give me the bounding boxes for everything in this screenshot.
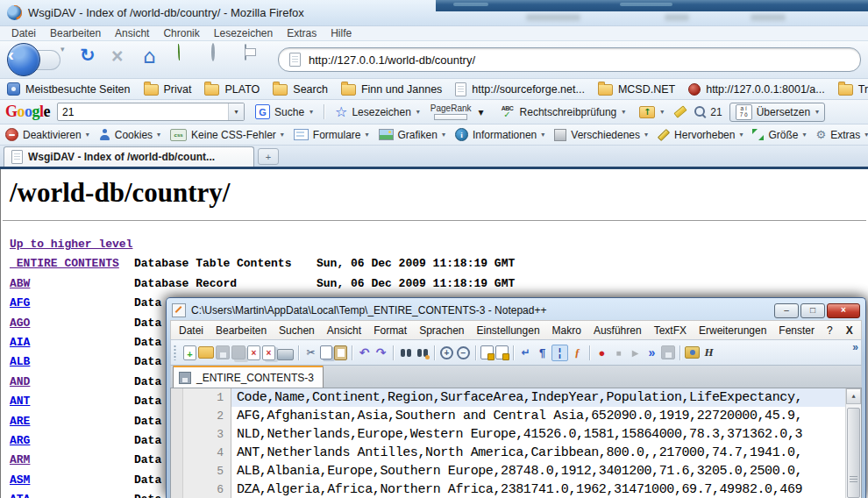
entry-link[interactable]: ALB bbox=[10, 352, 134, 372]
bookmark-item[interactable]: Finn und Jannes bbox=[341, 82, 442, 96]
up-to-higher-level-link[interactable]: Up to higher level bbox=[10, 235, 868, 254]
bookmark-item[interactable]: Meistbesuchte Seiten bbox=[7, 82, 131, 96]
pagerank-widget[interactable]: PageRank bbox=[430, 104, 472, 120]
editor-area[interactable]: 1 Code,Name,Continent,Region,SurfaceArea… bbox=[170, 388, 862, 498]
function-completion-icon[interactable] bbox=[570, 345, 585, 360]
macro-stop-icon[interactable] bbox=[611, 345, 626, 360]
paste-icon[interactable] bbox=[334, 345, 347, 360]
macro-record-icon[interactable] bbox=[594, 345, 609, 360]
toolbar-overflow-chevron[interactable]: » bbox=[852, 341, 858, 353]
save-icon[interactable] bbox=[216, 345, 230, 359]
sage-leaf-button[interactable] bbox=[178, 45, 203, 75]
back-button[interactable] bbox=[7, 43, 40, 76]
maximize-button[interactable]: □ bbox=[800, 303, 825, 318]
view-in-browser-icon[interactable] bbox=[685, 346, 700, 359]
history-dropdown-icon[interactable] bbox=[60, 45, 71, 75]
url-bar[interactable]: http://127.0.0.1/world-db/country/ bbox=[278, 47, 861, 72]
bookmark-margin[interactable] bbox=[171, 388, 183, 407]
word-wrap-icon[interactable] bbox=[518, 345, 533, 360]
webdev-menu-button[interactable]: Keine CSS-Fehler bbox=[170, 129, 284, 141]
menu-item[interactable]: Ansicht bbox=[109, 27, 155, 39]
entry-link[interactable]: AFG bbox=[10, 294, 134, 313]
tab-wsgidav[interactable]: WsgiDAV - Index of /world-db/count... bbox=[4, 146, 254, 167]
notepad-menu-item[interactable]: Makro bbox=[546, 324, 587, 337]
menu-item[interactable]: Lesezeichen bbox=[208, 27, 279, 39]
bookmark-margin[interactable] bbox=[171, 407, 183, 425]
close-all-icon[interactable] bbox=[262, 345, 275, 360]
entry-link[interactable]: AND bbox=[10, 373, 134, 392]
html-icon[interactable] bbox=[701, 345, 716, 360]
word-find-icon[interactable] bbox=[694, 105, 707, 118]
save-all-icon[interactable] bbox=[231, 345, 245, 359]
entry-link[interactable]: ENTIRE CONTENTS bbox=[10, 254, 134, 274]
home-button[interactable] bbox=[143, 45, 167, 75]
menu-item[interactable]: Bearbeiten bbox=[44, 27, 107, 39]
notepad-menu-item[interactable]: Sprachen bbox=[413, 324, 470, 337]
show-all-characters-icon[interactable] bbox=[535, 345, 550, 360]
bookmark-item[interactable]: http://sourceforge.net... bbox=[455, 82, 585, 96]
sync-vertical-icon[interactable] bbox=[480, 345, 494, 359]
webdev-menu-button[interactable]: Extras bbox=[815, 128, 868, 141]
bookmark-margin[interactable] bbox=[171, 425, 183, 444]
entry-link[interactable]: ARE bbox=[10, 412, 134, 431]
sync-horizontal-icon[interactable] bbox=[495, 345, 509, 359]
entry-link[interactable]: ARG bbox=[10, 431, 134, 451]
google-search-value[interactable]: 21 bbox=[58, 106, 228, 118]
scroll-up-icon[interactable]: ▲ bbox=[846, 388, 861, 404]
close-document-x[interactable]: X bbox=[839, 324, 860, 337]
url-text[interactable]: http://127.0.0.1/world-db/country/ bbox=[309, 53, 475, 67]
webdev-menu-button[interactable]: Verschiedenes bbox=[554, 129, 648, 141]
notepad-menu-item[interactable]: TextFX bbox=[648, 324, 693, 337]
redo-icon[interactable] bbox=[374, 345, 388, 360]
bookmark-item[interactable]: http://127.0.0.1:8001/a... bbox=[688, 83, 825, 96]
bookmark-item[interactable]: PLATO bbox=[204, 82, 260, 96]
document-tab[interactable]: _ENTIRE_CONTENTS-3 bbox=[173, 365, 324, 388]
minimize-button[interactable]: – bbox=[774, 303, 799, 318]
bookmark-item[interactable]: Search bbox=[273, 82, 328, 96]
bookmark-item[interactable]: Tree Samples bbox=[838, 82, 868, 96]
separator[interactable] bbox=[434, 345, 435, 360]
notepad-menu-item[interactable]: Format bbox=[367, 324, 413, 337]
google-search-button[interactable]: Suche bbox=[252, 103, 317, 121]
replace-icon[interactable] bbox=[415, 345, 430, 360]
macro-save-icon[interactable] bbox=[661, 345, 675, 359]
separator[interactable] bbox=[679, 345, 680, 360]
macro-run-multiple-icon[interactable] bbox=[644, 345, 659, 360]
notepad-menu-item[interactable]: Fenster bbox=[772, 324, 821, 337]
search-dropdown-icon[interactable]: ▾ bbox=[228, 103, 244, 120]
send-to-button[interactable] bbox=[636, 104, 667, 120]
pagerank-dropdown[interactable]: ▾ bbox=[479, 106, 489, 118]
notepad-menu-item[interactable]: Ausführen bbox=[587, 324, 648, 337]
entry-link[interactable]: AGO bbox=[10, 314, 134, 333]
notepad-menu-item[interactable]: Datei bbox=[173, 324, 210, 337]
menu-item[interactable]: Hilfe bbox=[324, 27, 358, 39]
menu-item[interactable]: Datei bbox=[5, 27, 42, 39]
find-icon[interactable] bbox=[398, 345, 413, 360]
menu-item[interactable]: Chronik bbox=[157, 27, 205, 39]
reload-button[interactable] bbox=[80, 45, 104, 75]
print-button[interactable] bbox=[245, 45, 269, 75]
separator[interactable] bbox=[475, 345, 476, 360]
bookmark-margin[interactable] bbox=[171, 480, 183, 498]
zoom-in-icon[interactable] bbox=[439, 345, 454, 360]
close-file-icon[interactable] bbox=[247, 345, 260, 360]
entry-link[interactable]: ABW bbox=[10, 274, 134, 294]
spellcheck-button[interactable]: Rechtschreibprüfung bbox=[496, 103, 630, 121]
notepad-menu-item[interactable]: Bearbeiten bbox=[210, 324, 273, 337]
separator[interactable] bbox=[298, 345, 299, 360]
notepad-menu-item[interactable]: Ansicht bbox=[321, 324, 367, 337]
clock-button[interactable] bbox=[211, 45, 236, 75]
highlighter-icon[interactable] bbox=[674, 106, 687, 118]
separator[interactable] bbox=[352, 345, 352, 360]
separator[interactable] bbox=[513, 345, 514, 360]
webdev-menu-button[interactable]: Größe bbox=[752, 129, 806, 141]
copy-icon[interactable] bbox=[320, 345, 332, 359]
notepad-menu-item[interactable]: ? bbox=[821, 324, 839, 337]
bookmark-margin[interactable] bbox=[171, 444, 183, 462]
scrollbar-thumb[interactable] bbox=[847, 408, 860, 498]
bookmark-item[interactable]: MCSD.NET bbox=[598, 82, 675, 96]
google-bookmarks-button[interactable]: Lesezeichen bbox=[331, 102, 423, 122]
new-file-icon[interactable] bbox=[183, 345, 196, 360]
separator[interactable] bbox=[589, 345, 590, 360]
webdev-menu-button[interactable]: Informationen bbox=[455, 128, 544, 141]
